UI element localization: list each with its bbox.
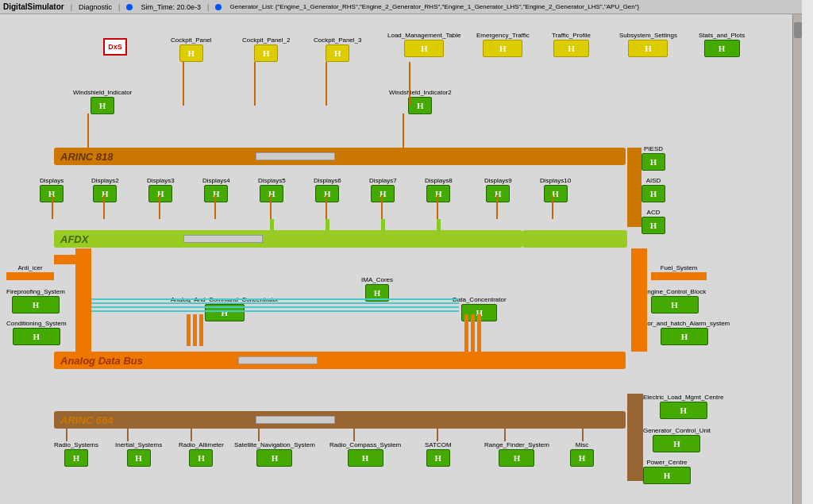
afdx-v4 [437, 219, 441, 231]
fireproofing[interactable]: Fireproofing_System H [6, 288, 65, 314]
arinc664-bar: ARINC 664 [54, 411, 626, 429]
radio-compass[interactable]: Radio_Compass_System H [329, 441, 401, 467]
cyan-4 [91, 310, 214, 312]
b-arrow-5 [353, 429, 355, 441]
piesd-comp[interactable]: PIESD H [642, 145, 665, 171]
b-arrow-1 [66, 429, 67, 441]
display-3[interactable]: Displays3 H [147, 177, 175, 202]
electric-load[interactable]: Electric_Load_Mgmt_Centre H [643, 394, 723, 419]
engine-control[interactable]: Engine_Control_Block H [643, 288, 706, 314]
cockpit-panel-2[interactable]: Cockpit_Panel_2 H [242, 37, 290, 62]
top-bar: DigitalSimulator | Diagnostic | Sim_Time… [0, 0, 802, 14]
disp-arrow-8 [437, 195, 438, 219]
disp-arrow-9 [496, 195, 498, 219]
orange-v1 [187, 314, 191, 346]
stats-plots[interactable]: Stats_and_Plots H [699, 32, 745, 57]
display-5[interactable]: Displays5 H [258, 177, 286, 202]
analog-bus-slider[interactable] [238, 356, 318, 364]
cyan-r3 [213, 306, 459, 308]
windshield-indicator2[interactable]: Windshield_Indicator2 H [389, 89, 452, 114]
disp-arrow-10 [552, 195, 553, 219]
subsystem-settings[interactable]: Subsystem_Settings H [619, 32, 677, 57]
b-arrow-2 [127, 429, 129, 441]
orange-h-connector [54, 255, 76, 264]
arrow-2 [254, 62, 256, 106]
display-2[interactable]: Displays2 H [91, 177, 119, 202]
dc-v3 [477, 314, 481, 352]
load-mgmt-table[interactable]: Load_Management_Table H [387, 32, 461, 57]
cockpit-panel[interactable]: Cockpit_Panel H [171, 37, 212, 62]
arrow-wi [87, 113, 89, 149]
afdx-bar: AFDX [54, 230, 522, 248]
afdx-bar-right [522, 230, 627, 248]
misc[interactable]: Misc H [570, 441, 594, 467]
windshield-indicator[interactable]: Windshield_Indicator H [73, 89, 132, 114]
display-7[interactable]: Displays7 H [369, 177, 397, 202]
dc-v1 [464, 314, 468, 352]
afdx-slider[interactable] [183, 235, 263, 243]
disp-arrow-2 [103, 195, 105, 219]
power-centre[interactable]: Power_Centre H [643, 459, 691, 484]
disp-arrow-7 [381, 195, 383, 219]
left-orange-bar [75, 248, 91, 352]
b-arrow-6 [437, 429, 438, 441]
scrollbar-v[interactable] [792, 14, 802, 504]
cyan-r2 [213, 302, 459, 304]
acd-comp[interactable]: ACD H [642, 209, 665, 234]
dc-v2 [471, 314, 475, 352]
radio-systems[interactable]: Radio_Systems H [54, 441, 98, 467]
display-4[interactable]: Displays4 H [202, 177, 230, 202]
generator-control[interactable]: Generator_Control_Unit H [643, 427, 711, 452]
aisd-comp[interactable]: AISD H [642, 177, 665, 202]
display-6[interactable]: Displays6 H [314, 177, 341, 202]
diag-box-label: DxS [108, 43, 122, 51]
arinc664-slider[interactable] [256, 416, 335, 424]
fuel-system[interactable]: Fuel_System [651, 264, 707, 282]
display-8[interactable]: Displays8 H [425, 177, 453, 202]
b-arrow-4 [258, 429, 260, 441]
diagnostic-box[interactable]: DxS [103, 38, 127, 56]
afdx-label: AFDX [60, 233, 88, 245]
analog-data-bus-bar: Analog Data Bus [54, 352, 626, 369]
disp-arrow-1 [52, 195, 53, 219]
orange-v2 [193, 314, 197, 346]
gen-list: Generator_List: {"Engine_1_Generator_RHS… [229, 3, 639, 10]
traffic-profile[interactable]: Traffic_Profile H [552, 32, 591, 57]
disp-arrow-5 [270, 195, 272, 219]
b-arrow-7 [504, 429, 506, 441]
display-10[interactable]: Displays10 H [540, 177, 571, 202]
cyan-r1 [213, 298, 459, 300]
gen-dot [215, 4, 222, 10]
right-orange-bar [631, 248, 647, 352]
satellite-nav[interactable]: Satellite_Navigation_System H [234, 441, 315, 467]
right-bus-bar [627, 148, 642, 227]
cyan-1 [91, 298, 214, 300]
cyan-3 [91, 306, 214, 308]
cyan-2 [91, 302, 214, 304]
analog-bus-label: Analog Data Bus [60, 355, 143, 367]
range-finder[interactable]: Range_Finder_System H [484, 441, 549, 467]
arinc664-label: ARINC 664 [60, 414, 113, 426]
arinc818-label: ARINC 818 [60, 151, 113, 163]
scrollbar-thumb[interactable] [794, 22, 802, 38]
disp-arrow-3 [159, 195, 160, 219]
fuel-line [651, 272, 707, 280]
anti-icer-line [6, 272, 54, 280]
cockpit-panel-3[interactable]: Cockpit_Panel_3 H [314, 37, 361, 62]
satcom[interactable]: SATCOM H [425, 441, 452, 467]
emergency-traffic[interactable]: Emergency_Traffic H [476, 32, 530, 57]
afdx-v2 [326, 219, 329, 231]
anti-icer[interactable]: Anti_icer [6, 264, 54, 282]
inertial-systems[interactable]: Inertial_Systems H [115, 441, 162, 467]
arrow-wi2 [403, 113, 404, 149]
conditioning[interactable]: Conditioning_System H [6, 320, 67, 345]
arrow-4 [409, 62, 410, 106]
door-hatch[interactable]: Door_and_hatch_Alarm_system H [639, 320, 730, 345]
radio-altimeter[interactable]: Radio_Altimeter H [179, 441, 224, 467]
display-9[interactable]: Displays9 H [484, 177, 512, 202]
disp-arrow-6 [326, 195, 327, 219]
arinc818-bar: ARINC 818 [54, 148, 626, 165]
afdx-v3 [381, 219, 385, 231]
arinc818-slider[interactable] [256, 152, 335, 160]
sim-time: Sim_Time: 20.0e-3 [141, 3, 201, 11]
